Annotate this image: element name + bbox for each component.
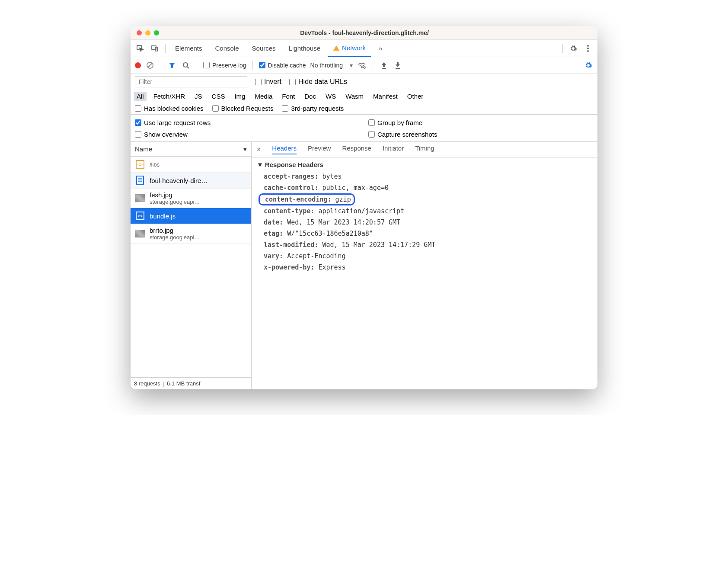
main-split: Name ▾ <>/libsfoul-heavenly-dire…fesh.jp… (131, 142, 597, 389)
svg-line-9 (187, 67, 189, 68)
type-filter-row: AllFetch/XHRJSCSSImgMediaFontDocWSWasmMa… (131, 90, 597, 103)
panel-tabs: Elements Console Sources Lighthouse Netw… (131, 40, 597, 57)
detail-tab-response[interactable]: Response (342, 144, 371, 154)
request-domain: /libs (150, 161, 160, 168)
svg-point-11 (364, 67, 365, 68)
upload-icon[interactable] (379, 61, 389, 70)
tab-console[interactable]: Console (210, 40, 244, 57)
header-x-powered-by: x-powered-by: Express (257, 262, 592, 273)
clear-icon[interactable] (145, 61, 155, 70)
group-by-frame-checkbox[interactable]: Group by frame (368, 119, 422, 126)
tab-network-label: Network (342, 44, 366, 51)
type-filter-doc[interactable]: Doc (302, 92, 319, 101)
show-overview-checkbox[interactable]: Show overview (135, 131, 188, 138)
transfer-size: 6.1 MB transf (167, 380, 200, 387)
divider (373, 61, 373, 70)
view-opts-row-2: Show overview Capture screenshots (131, 128, 597, 142)
third-party-checkbox[interactable]: 3rd-party requests (282, 105, 344, 112)
wifi-icon[interactable] (357, 61, 367, 70)
preserve-log-label: Preserve log (212, 62, 246, 69)
type-filter-all[interactable]: All (134, 92, 147, 101)
view-opts-row-1: Use large request rows Group by frame (131, 114, 597, 128)
record-button[interactable] (135, 62, 141, 68)
header-content-encoding: content-encoding: gzip (259, 193, 355, 205)
type-filter-font[interactable]: Font (279, 92, 297, 101)
throttling-select[interactable]: No throttling ▾ (310, 62, 353, 69)
detail-pane: × HeadersPreviewResponseInitiatorTiming … (252, 142, 597, 389)
request-row[interactable]: fesh.jpgstorage.googleapi… (131, 189, 251, 208)
hide-data-label: Hide data URLs (298, 78, 347, 86)
response-headers-section[interactable]: ▼ Response Headers (257, 161, 592, 168)
tab-sources[interactable]: Sources (247, 40, 281, 57)
capture-screenshots-checkbox[interactable]: Capture screenshots (368, 131, 437, 138)
request-domain: storage.googleapi… (150, 234, 200, 241)
section-title: Response Headers (265, 161, 323, 168)
window-title: DevTools - foul-heavenly-direction.glitc… (159, 29, 570, 36)
titlebar: DevTools - foul-heavenly-direction.glitc… (131, 26, 597, 40)
type-filter-fetchxhr[interactable]: Fetch/XHR (151, 92, 188, 101)
traffic-lights (137, 30, 159, 35)
devtools-window: DevTools - foul-heavenly-direction.glitc… (131, 26, 597, 389)
svg-text:<>: <> (137, 214, 143, 218)
blocked-requests-checkbox[interactable]: Blocked Requests (212, 105, 274, 112)
close-icon[interactable] (137, 30, 142, 35)
kebab-icon[interactable] (582, 42, 594, 55)
header-etag: etag: W/"15cc63-186e5a210a8" (257, 228, 592, 239)
type-filter-ws[interactable]: WS (323, 92, 338, 101)
disable-cache-checkbox[interactable]: Disable cache (259, 62, 306, 69)
type-filter-media[interactable]: Media (252, 92, 275, 101)
type-filter-css[interactable]: CSS (209, 92, 228, 101)
type-filter-other[interactable]: Other (405, 92, 426, 101)
blocked-cookies-checkbox[interactable]: Has blocked cookies (135, 105, 204, 112)
detail-tab-preview[interactable]: Preview (308, 144, 331, 154)
request-row[interactable]: brrto.jpgstorage.googleapi… (131, 224, 251, 244)
detail-tab-headers[interactable]: Headers (272, 144, 297, 154)
type-filter-manifest[interactable]: Manifest (370, 92, 400, 101)
tab-more[interactable]: » (374, 40, 387, 57)
type-filter-img[interactable]: Img (232, 92, 248, 101)
hide-data-urls-checkbox[interactable]: Hide data URLs (289, 78, 347, 86)
header-cache-control: cache-control: public, max-age=0 (257, 182, 592, 193)
detail-tab-timing[interactable]: Timing (415, 144, 434, 154)
svg-point-3 (587, 45, 589, 47)
minimize-icon[interactable] (145, 30, 150, 35)
file-type-icon: <> (135, 211, 145, 221)
tab-network[interactable]: Network (328, 40, 371, 57)
name-column-label: Name (135, 145, 152, 153)
file-type-icon (135, 228, 145, 239)
svg-text:<>: <> (137, 162, 143, 167)
type-filter-wasm[interactable]: Wasm (343, 92, 366, 101)
device-toggle-icon[interactable] (149, 42, 161, 55)
filter-input[interactable] (135, 76, 247, 87)
detail-tab-initiator[interactable]: Initiator (383, 144, 404, 154)
detail-body: ▼ Response Headers accept-ranges: bytesc… (252, 157, 597, 389)
tab-elements[interactable]: Elements (170, 40, 208, 57)
detail-tabs: × HeadersPreviewResponseInitiatorTiming (252, 142, 597, 157)
svg-rect-16 (137, 176, 144, 185)
divider (161, 61, 161, 70)
search-icon[interactable] (181, 61, 191, 70)
large-rows-checkbox[interactable]: Use large request rows (135, 119, 211, 126)
filter-icon[interactable] (167, 61, 177, 70)
preserve-log-checkbox[interactable]: Preserve log (203, 62, 246, 69)
download-icon[interactable] (393, 61, 402, 70)
request-name: fesh.jpg (150, 191, 200, 199)
maximize-icon[interactable] (154, 30, 159, 35)
divider (252, 61, 253, 70)
header-vary: vary: Accept-Encoding (257, 250, 592, 262)
settings-gear-icon[interactable] (584, 61, 593, 70)
request-list-header[interactable]: Name ▾ (131, 142, 251, 157)
invert-checkbox[interactable]: Invert (255, 78, 281, 86)
request-list: Name ▾ <>/libsfoul-heavenly-dire…fesh.jp… (131, 142, 252, 389)
gear-icon[interactable] (567, 42, 579, 55)
inspect-icon[interactable] (134, 42, 146, 55)
filter-row: Invert Hide data URLs (131, 74, 597, 90)
request-row[interactable]: <>/libs (131, 157, 251, 173)
request-row[interactable]: foul-heavenly-dire… (131, 173, 251, 189)
request-row[interactable]: <>bundle.js (131, 208, 251, 224)
file-type-icon (135, 175, 145, 186)
close-detail-button[interactable]: × (254, 146, 263, 154)
divider (165, 44, 166, 53)
tab-lighthouse[interactable]: Lighthouse (284, 40, 326, 57)
type-filter-js[interactable]: JS (192, 92, 205, 101)
